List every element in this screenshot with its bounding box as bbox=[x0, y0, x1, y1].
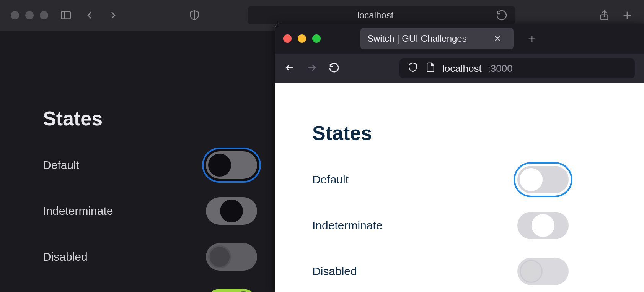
safari-traffic-lights bbox=[11, 11, 48, 19]
switch-label: Indeterminate bbox=[312, 219, 382, 232]
switch-indeterminate[interactable] bbox=[206, 197, 257, 225]
traffic-zoom-icon[interactable] bbox=[40, 11, 48, 19]
new-tab-icon[interactable] bbox=[621, 9, 633, 21]
address-host: localhost bbox=[442, 63, 482, 75]
share-icon[interactable] bbox=[598, 9, 610, 21]
traffic-minimize-icon[interactable] bbox=[298, 34, 306, 43]
browser-window: Switch | GUI Challenges ✕ + localhost:30… bbox=[275, 24, 644, 292]
shield-icon[interactable] bbox=[188, 9, 201, 21]
forward-icon bbox=[306, 62, 318, 75]
switch-row-indeterminate: Indeterminate bbox=[43, 197, 257, 225]
switch-thumb bbox=[520, 260, 543, 283]
back-icon[interactable] bbox=[83, 9, 96, 21]
page-heading: States bbox=[312, 122, 644, 144]
browser-navbar: localhost:3000 bbox=[275, 54, 644, 83]
new-tab-icon[interactable]: + bbox=[528, 31, 536, 46]
switch-default[interactable] bbox=[517, 166, 569, 193]
switch-thumb bbox=[220, 200, 243, 222]
switch-row-disabled: Disabled bbox=[312, 258, 569, 285]
safari-address-bar[interactable]: localhost bbox=[248, 6, 515, 24]
switch-disabled bbox=[517, 258, 569, 285]
safari-address-text: localhost bbox=[357, 10, 394, 21]
switch-disabled bbox=[206, 243, 257, 271]
browser-tab[interactable]: Switch | GUI Challenges ✕ bbox=[360, 28, 514, 49]
sidebar-toggle-icon[interactable] bbox=[60, 9, 72, 21]
address-port: :3000 bbox=[488, 63, 513, 75]
switch-label: Default bbox=[43, 159, 79, 172]
traffic-close-icon[interactable] bbox=[11, 11, 19, 19]
tab-title: Switch | GUI Challenges bbox=[367, 33, 467, 44]
close-tab-icon[interactable]: ✕ bbox=[494, 33, 501, 44]
switch-thumb bbox=[208, 154, 231, 177]
switch-row-default: Default bbox=[43, 151, 257, 179]
browser-tabstrip: Switch | GUI Challenges ✕ + bbox=[275, 24, 644, 54]
switch-label: Disabled bbox=[312, 265, 357, 278]
traffic-close-icon[interactable] bbox=[283, 34, 292, 43]
browser-address-bar[interactable]: localhost:3000 bbox=[399, 58, 635, 78]
switch-thumb bbox=[532, 214, 554, 237]
shield-icon[interactable] bbox=[407, 62, 419, 76]
switch-thumb bbox=[520, 168, 543, 191]
browser-page-content: States Default Indeterminate Disabled bbox=[275, 83, 644, 285]
page-icon bbox=[425, 62, 436, 76]
switch-row-disabled: Disabled bbox=[43, 243, 257, 271]
svg-rect-0 bbox=[61, 12, 70, 19]
switch-indeterminate[interactable] bbox=[517, 212, 569, 239]
reload-icon[interactable] bbox=[496, 9, 508, 21]
switch-row-default: Default bbox=[312, 166, 569, 193]
switch-row-indeterminate: Indeterminate bbox=[312, 212, 569, 239]
forward-icon[interactable] bbox=[107, 9, 119, 21]
switch-default[interactable] bbox=[206, 151, 257, 179]
reload-icon[interactable] bbox=[328, 62, 340, 75]
traffic-zoom-icon[interactable] bbox=[312, 34, 321, 43]
switch-row-checked bbox=[43, 289, 257, 292]
traffic-minimize-icon[interactable] bbox=[25, 11, 34, 19]
switch-label: Disabled bbox=[43, 250, 88, 263]
switch-label: Default bbox=[312, 173, 349, 186]
switch-disabled-checked bbox=[206, 289, 257, 292]
back-icon[interactable] bbox=[284, 62, 295, 75]
browser-traffic-lights bbox=[283, 34, 321, 43]
switch-thumb bbox=[208, 245, 231, 268]
switch-label: Indeterminate bbox=[43, 204, 113, 217]
